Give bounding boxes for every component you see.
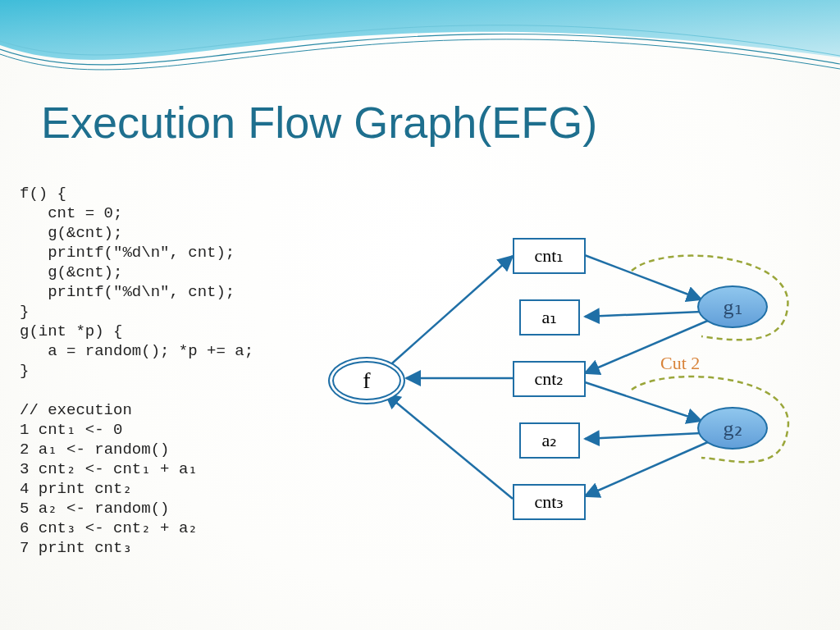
exec-line: 4 print cnt₂ <box>20 480 132 498</box>
node-f: f <box>328 357 405 404</box>
exec-line: 6 cnt₃ <- cnt₂ + a₂ <box>20 519 198 537</box>
node-a1: a₁ <box>519 299 580 336</box>
exec-header: // execution <box>20 401 132 419</box>
node-cnt3: cnt₃ <box>513 484 586 520</box>
code-line: } <box>20 362 29 380</box>
code-line: printf("%d\n", cnt); <box>20 283 235 301</box>
node-label: f <box>363 368 370 394</box>
exec-line: 2 a₁ <- random() <box>20 441 169 459</box>
efg-diagram: f cnt₁ a₁ cnt₂ a₂ cnt₃ g₁ g₂ Cut 2 <box>328 205 837 630</box>
code-line: } <box>20 303 29 321</box>
node-g2: g₂ <box>697 407 768 450</box>
node-cnt1: cnt₁ <box>513 238 586 274</box>
exec-line: 1 cnt₁ <- 0 <box>20 421 122 439</box>
node-label: cnt₃ <box>535 491 564 513</box>
svg-line-4 <box>582 381 701 421</box>
code-line: a = random(); *p += a; <box>20 342 253 360</box>
svg-line-2 <box>585 312 701 317</box>
slide-title: Execution Flow Graph(EFG) <box>41 97 597 148</box>
code-line: printf("%d\n", cnt); <box>20 244 235 262</box>
svg-line-8 <box>386 394 513 499</box>
code-line: g(int *p) { <box>20 322 122 340</box>
exec-line: 7 print cnt₃ <box>20 539 132 557</box>
node-label: g₂ <box>724 416 742 441</box>
node-label: a₁ <box>542 307 558 328</box>
node-label: cnt₁ <box>535 245 564 267</box>
node-label: cnt₂ <box>535 368 564 390</box>
node-label: a₂ <box>542 430 558 451</box>
svg-line-6 <box>585 433 701 439</box>
exec-line: 3 cnt₂ <- cnt₁ + a₁ <box>20 460 198 478</box>
node-label: g₁ <box>724 294 742 320</box>
code-line: cnt = 0; <box>20 204 122 222</box>
svg-line-1 <box>582 254 701 299</box>
exec-line: 5 a₂ <- random() <box>20 500 169 518</box>
node-cnt2: cnt₂ <box>513 361 586 397</box>
code-block: f() { cnt = 0; g(&cnt); printf("%d\n", c… <box>20 164 253 558</box>
code-line: g(&cnt); <box>20 224 122 242</box>
node-a2: a₂ <box>519 422 580 459</box>
code-line: f() { <box>20 185 66 203</box>
cut-annotation: Cut 2 <box>660 353 700 374</box>
code-line: g(&cnt); <box>20 263 122 281</box>
node-g1: g₁ <box>697 285 768 328</box>
svg-line-0 <box>386 256 513 369</box>
svg-line-7 <box>585 441 710 496</box>
